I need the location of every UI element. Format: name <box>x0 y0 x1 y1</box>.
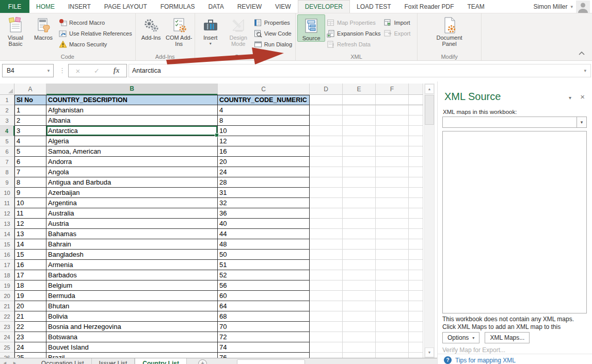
cell-E20[interactable] <box>343 291 376 301</box>
cell-E25[interactable] <box>343 342 376 353</box>
cell-F7[interactable] <box>376 157 409 167</box>
import-button[interactable]: Import <box>382 17 412 28</box>
cell-A20[interactable]: 19 <box>14 291 46 301</box>
cell-D26[interactable] <box>310 353 343 358</box>
cell-F10[interactable] <box>376 188 409 198</box>
cell-E13[interactable] <box>343 219 376 229</box>
cell-E6[interactable] <box>343 146 376 157</box>
scrollbar-thumb[interactable] <box>425 95 434 125</box>
cell-B7[interactable]: Andorra <box>46 157 218 167</box>
cell-C6[interactable]: 16 <box>218 146 310 157</box>
xml-maps-dropdown-icon[interactable]: ▾ <box>577 117 586 127</box>
cell-A7[interactable]: 6 <box>14 157 46 167</box>
cell-F16[interactable] <box>376 250 409 260</box>
column-header-f[interactable]: F <box>376 84 409 95</box>
cell-D10[interactable] <box>310 188 343 198</box>
cell-A6[interactable]: 5 <box>14 146 46 157</box>
cell-B20[interactable]: Bermuda <box>46 291 218 301</box>
tab-data[interactable]: DATA <box>201 0 230 13</box>
vertical-scrollbar[interactable]: ▲ ▼ <box>424 84 435 358</box>
cell-B2[interactable]: Afghanistan <box>46 105 218 115</box>
cell-A2[interactable]: 1 <box>14 105 46 115</box>
row-header-23[interactable]: 23 <box>0 322 14 332</box>
row-header-24[interactable]: 24 <box>0 332 14 342</box>
cell-C3[interactable]: 8 <box>218 115 310 126</box>
cell-F21[interactable] <box>376 301 409 311</box>
cell-A16[interactable]: 15 <box>14 250 46 260</box>
cell-D23[interactable] <box>310 322 343 332</box>
cell-G11[interactable] <box>409 198 423 208</box>
row-header-15[interactable]: 15 <box>0 239 14 250</box>
user-account[interactable]: Simon Miller ▾ <box>533 0 592 13</box>
cell-E23[interactable] <box>343 322 376 332</box>
cell-A26[interactable]: 25 <box>14 353 46 358</box>
cell-B8[interactable]: Angola <box>46 167 218 177</box>
cell-B26[interactable]: Brazil <box>46 353 218 358</box>
cell-A3[interactable]: 2 <box>14 115 46 126</box>
scroll-up-icon[interactable]: ▲ <box>425 84 434 94</box>
cell-F15[interactable] <box>376 239 409 250</box>
cell-G20[interactable] <box>409 291 423 301</box>
cell-F1[interactable] <box>376 95 409 105</box>
cell-B1[interactable]: COUNTRY_DESCRIPTION <box>46 95 218 105</box>
cell-F22[interactable] <box>376 311 409 322</box>
cell-F3[interactable] <box>376 115 409 126</box>
cell-F19[interactable] <box>376 280 409 291</box>
cell-G13[interactable] <box>409 219 423 229</box>
row-header-16[interactable]: 16 <box>0 250 14 260</box>
cell-E8[interactable] <box>343 167 376 177</box>
cell-E7[interactable] <box>343 157 376 167</box>
cell-F26[interactable] <box>376 353 409 358</box>
cell-F20[interactable] <box>376 291 409 301</box>
sheet-tab-occupation-list[interactable]: Occupation List <box>34 358 92 364</box>
cell-D13[interactable] <box>310 219 343 229</box>
cell-A18[interactable]: 17 <box>14 270 46 280</box>
xml-maps-button[interactable]: XML Maps... <box>485 332 530 343</box>
options-button[interactable]: Options ▾ <box>442 332 479 343</box>
cell-D17[interactable] <box>310 260 343 270</box>
cell-D21[interactable] <box>310 301 343 311</box>
cell-F11[interactable] <box>376 198 409 208</box>
cell-G3[interactable] <box>409 115 423 126</box>
avatar-icon[interactable] <box>576 1 590 13</box>
cell-E17[interactable] <box>343 260 376 270</box>
row-header-2[interactable]: 2 <box>0 105 14 115</box>
tab-insert[interactable]: INSERT <box>61 0 98 13</box>
view-code-button[interactable]: View Code <box>252 28 294 39</box>
cell-G22[interactable] <box>409 311 423 322</box>
cell-A11[interactable]: 10 <box>14 198 46 208</box>
sheet-nav-left-icon[interactable]: ◄ <box>0 358 10 364</box>
cell-E16[interactable] <box>343 250 376 260</box>
cell-G15[interactable] <box>409 239 423 250</box>
cell-E9[interactable] <box>343 177 376 188</box>
record-macro-button[interactable]: Record Macro <box>57 17 134 28</box>
cell-B11[interactable]: Argentina <box>46 198 218 208</box>
tab-team[interactable]: TEAM <box>461 0 491 13</box>
cell-B12[interactable]: Australia <box>46 208 218 219</box>
cell-C1[interactable]: COUNTRY_CODE_NUMERIC <box>218 95 310 105</box>
enter-icon[interactable]: ✓ <box>94 67 100 75</box>
cell-E26[interactable] <box>343 353 376 358</box>
expansion-packs-button[interactable]: Expansion Packs <box>325 28 382 39</box>
cell-A1[interactable]: Sl No <box>14 95 46 105</box>
tips-link[interactable]: Tips for mapping XML <box>455 357 516 364</box>
cell-A8[interactable]: 7 <box>14 167 46 177</box>
row-header-11[interactable]: 11 <box>0 198 14 208</box>
macros-button[interactable]: Macros <box>29 14 57 41</box>
cell-C7[interactable]: 20 <box>218 157 310 167</box>
cell-B5[interactable]: Algeria <box>46 136 218 146</box>
fill-handle[interactable] <box>215 133 219 137</box>
cell-A14[interactable]: 13 <box>14 229 46 239</box>
cell-E19[interactable] <box>343 280 376 291</box>
map-properties-button[interactable]: Map Properties <box>325 17 382 28</box>
cell-C10[interactable]: 31 <box>218 188 310 198</box>
cell-B19[interactable]: Belgium <box>46 280 218 291</box>
cell-C2[interactable]: 4 <box>218 105 310 115</box>
cell-F14[interactable] <box>376 229 409 239</box>
cell-B22[interactable]: Bolivia <box>46 311 218 322</box>
name-box-dropdown-icon[interactable]: ▾ <box>44 64 53 77</box>
cell-C25[interactable]: 74 <box>218 342 310 353</box>
cell-G9[interactable] <box>409 177 423 188</box>
row-header-7[interactable]: 7 <box>0 157 14 167</box>
cell-G14[interactable] <box>409 229 423 239</box>
